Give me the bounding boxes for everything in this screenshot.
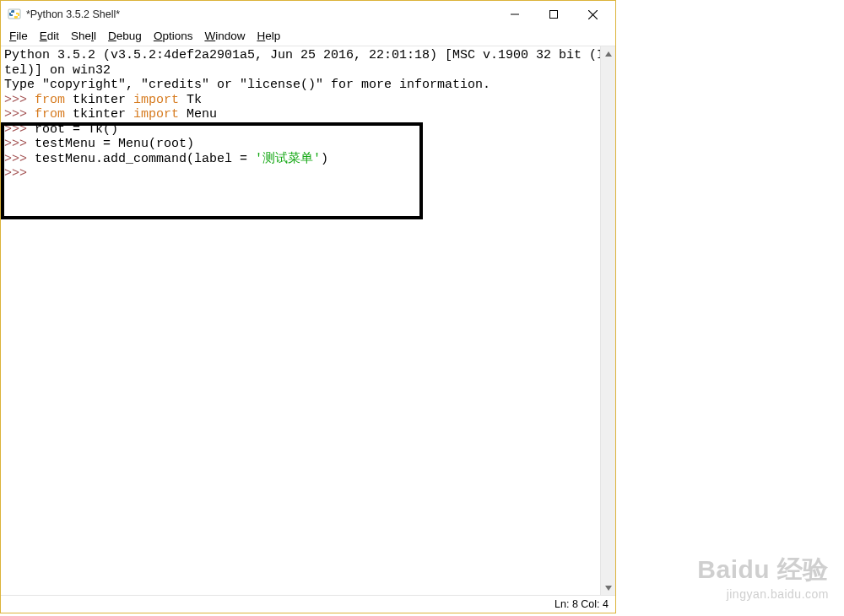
statusbar: Ln: 8 Col: 4 — [1, 595, 615, 613]
svg-marker-6 — [605, 586, 612, 591]
keyword: from — [35, 93, 65, 107]
menu-help[interactable]: Help — [257, 30, 280, 42]
prompt: >>> — [4, 166, 35, 181]
prompt: >>> — [4, 93, 35, 107]
menu-options[interactable]: Options — [154, 30, 193, 42]
watermark-url: jingyan.baidu.com — [697, 587, 829, 601]
svg-rect-2 — [550, 11, 558, 19]
banner-line: Python 3.5.2 (v3.5.2:4def2a2901a5, Jun 2… — [4, 48, 600, 62]
keyword: import — [133, 107, 179, 122]
menu-window[interactable]: Window — [204, 30, 245, 42]
svg-marker-5 — [605, 51, 612, 57]
titlebar[interactable]: *Python 3.5.2 Shell* — [1, 1, 615, 28]
keyword: from — [35, 107, 65, 122]
cursor-position: Ln: 8 Col: 4 — [555, 598, 609, 610]
prompt: >>> — [4, 137, 35, 151]
vertical-scrollbar[interactable] — [600, 46, 615, 595]
window-title: *Python 3.5.2 Shell* — [26, 8, 495, 20]
menu-debug[interactable]: Debug — [108, 30, 142, 42]
prompt: >>> — [4, 152, 35, 166]
close-button[interactable] — [573, 2, 612, 27]
menu-edit[interactable]: Edit — [40, 30, 59, 42]
scroll-up-button[interactable] — [601, 46, 615, 61]
keyword: import — [133, 93, 179, 107]
watermark-brand: Baidu 经验 — [697, 553, 829, 587]
prompt: >>> — [4, 122, 35, 137]
minimize-button[interactable] — [495, 2, 534, 27]
scroll-down-button[interactable] — [601, 581, 615, 595]
shell-output[interactable]: Python 3.5.2 (v3.5.2:4def2a2901a5, Jun 2… — [1, 46, 600, 595]
content-wrap: Python 3.5.2 (v3.5.2:4def2a2901a5, Jun 2… — [1, 46, 615, 595]
app-window: *Python 3.5.2 Shell* File Edit Shell Deb… — [0, 0, 616, 613]
prompt: >>> — [4, 107, 35, 122]
banner-line: tel)] on win32 — [4, 63, 111, 78]
watermark: Baidu 经验 jingyan.baidu.com — [697, 553, 829, 601]
window-controls — [495, 2, 612, 27]
banner-line: Type "copyright", "credits" or "license(… — [4, 78, 490, 92]
maximize-button[interactable] — [534, 2, 573, 27]
menu-file[interactable]: File — [9, 30, 28, 42]
string-literal: '测试菜单' — [255, 152, 321, 166]
menubar: File Edit Shell Debug Options Window Hel… — [1, 28, 615, 46]
menu-shell[interactable]: Shell — [71, 30, 96, 42]
python-idle-icon — [8, 8, 21, 21]
